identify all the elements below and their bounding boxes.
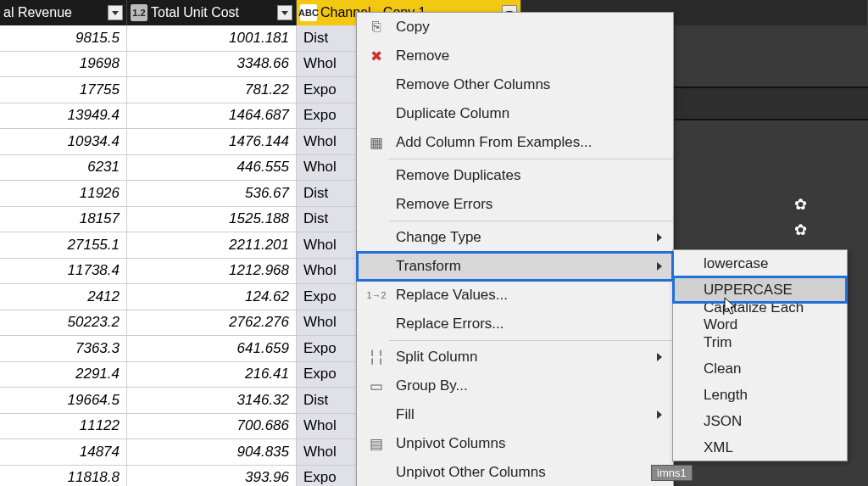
transform-submenu: lowercase UPPERCASE Capitalize Each Word…: [672, 249, 848, 461]
table-cell-cost[interactable]: 446.555: [127, 155, 297, 182]
menu-change-type[interactable]: Change Type: [357, 223, 673, 252]
table-cell-revenue[interactable]: 19664.5: [0, 388, 127, 414]
chevron-right-icon: [653, 233, 666, 242]
menu-remove[interactable]: ✖ Remove: [357, 42, 673, 70]
menu-replace-errors[interactable]: Replace Errors...: [357, 310, 673, 338]
menu-copy[interactable]: ⎘ Copy: [357, 13, 673, 42]
status-badge: imns1: [651, 465, 693, 481]
table-cell-cost[interactable]: 904.835: [127, 439, 297, 466]
submenu-json[interactable]: JSON: [673, 408, 847, 434]
table-cell-revenue[interactable]: 11738.4: [0, 259, 127, 285]
split-icon: ╎╎: [364, 349, 389, 366]
menu-duplicate-column[interactable]: Duplicate Column: [357, 99, 673, 128]
unpivot-icon: ▤: [364, 435, 389, 453]
table-cell-revenue[interactable]: 10934.4: [0, 129, 127, 155]
chevron-right-icon: [653, 353, 666, 361]
table-cell-cost[interactable]: 536.67: [127, 181, 297, 207]
menu-unpivot-other-columns[interactable]: Unpivot Other Columns: [357, 458, 673, 486]
table-cell-cost[interactable]: 1476.144: [127, 129, 297, 155]
context-menu: ⎘ Copy ✖ Remove Remove Other Columns Dup…: [356, 12, 674, 486]
table-cell-revenue[interactable]: 50223.2: [0, 310, 127, 337]
menu-unpivot-columns[interactable]: ▤ Unpivot Columns: [357, 429, 673, 458]
table-cell-cost[interactable]: 781.22: [127, 77, 297, 103]
table-cell-cost[interactable]: 1001.181: [127, 25, 297, 52]
table-cell-revenue[interactable]: 6231: [0, 155, 127, 182]
dropdown-icon[interactable]: [108, 5, 123, 20]
table-cell-cost[interactable]: 641.659: [127, 336, 297, 362]
table-cell-revenue[interactable]: 13949.4: [0, 103, 127, 130]
table-cell-cost[interactable]: 1212.968: [127, 259, 297, 285]
menu-separator: [389, 340, 673, 341]
table-cell-cost[interactable]: 3348.66: [127, 52, 297, 78]
table-cell-revenue[interactable]: 27155.1: [0, 232, 127, 259]
submenu-trim[interactable]: Trim: [673, 329, 847, 355]
table-cell-revenue[interactable]: 7363.3: [0, 336, 127, 362]
table-cell-revenue[interactable]: 19698: [0, 52, 127, 78]
table-cell-revenue[interactable]: 9815.5: [0, 25, 127, 52]
menu-add-column-from-examples[interactable]: ▦ Add Column From Examples...: [357, 128, 673, 157]
menu-remove-duplicates[interactable]: Remove Duplicates: [357, 161, 673, 190]
dropdown-icon[interactable]: [277, 5, 292, 20]
column-header-label: Total Unit Cost: [151, 5, 274, 20]
replace-icon: 1→2: [364, 290, 389, 300]
table-cell-revenue[interactable]: 2412: [0, 284, 127, 310]
table-cell-cost[interactable]: 700.686: [127, 414, 297, 440]
menu-replace-values[interactable]: 1→2 Replace Values...: [357, 281, 673, 310]
gear-icon[interactable]: ✿: [794, 221, 807, 239]
table-cell-revenue[interactable]: 18157: [0, 207, 127, 233]
table-cell-cost[interactable]: 124.62: [127, 284, 297, 310]
text-type-icon: ABC: [300, 4, 317, 21]
submenu-length[interactable]: Length: [673, 382, 847, 408]
table-cell-cost[interactable]: 1525.188: [127, 207, 297, 233]
submenu-uppercase[interactable]: UPPERCASE: [673, 277, 847, 303]
table-cell-revenue[interactable]: 11122: [0, 414, 127, 440]
submenu-capitalize[interactable]: Capitalize Each Word: [673, 303, 847, 329]
chevron-right-icon: [653, 262, 666, 271]
table-cell-cost[interactable]: 1464.687: [127, 103, 297, 130]
table-cell-cost[interactable]: 2211.201: [127, 232, 297, 259]
menu-split-column[interactable]: ╎╎ Split Column: [357, 343, 673, 371]
table-cell-revenue[interactable]: 11926: [0, 181, 127, 207]
gear-icon[interactable]: ✿: [794, 195, 807, 214]
table-cell-revenue[interactable]: 2291.4: [0, 362, 127, 388]
menu-group-by[interactable]: ▭ Group By...: [357, 371, 673, 400]
group-icon: ▭: [364, 377, 389, 395]
table-cell-revenue[interactable]: 17755: [0, 77, 127, 103]
table-cell-cost[interactable]: 216.41: [127, 362, 297, 388]
submenu-xml[interactable]: XML: [673, 434, 847, 461]
chevron-right-icon: [653, 411, 666, 419]
submenu-lowercase[interactable]: lowercase: [673, 250, 847, 277]
menu-separator: [389, 221, 673, 221]
table-cell-cost[interactable]: 393.96: [127, 466, 297, 487]
table-cell-revenue[interactable]: 11818.8: [0, 466, 127, 487]
copy-icon: ⎘: [364, 19, 389, 36]
remove-icon: ✖: [364, 47, 389, 65]
menu-transform[interactable]: Transform: [357, 252, 673, 281]
column-header-revenue[interactable]: al Revenue: [0, 0, 127, 25]
submenu-clean[interactable]: Clean: [673, 355, 847, 382]
column-header-label: al Revenue: [3, 5, 104, 20]
column-header-cost[interactable]: 1.2 Total Unit Cost: [127, 0, 297, 25]
menu-remove-other-columns[interactable]: Remove Other Columns: [357, 70, 673, 99]
table-cell-cost[interactable]: 2762.276: [127, 310, 297, 337]
table-cell-revenue[interactable]: 14874: [0, 439, 127, 466]
table-icon: ▦: [364, 134, 389, 152]
table-cell-cost[interactable]: 3146.32: [127, 388, 297, 414]
menu-separator: [389, 159, 673, 159]
menu-remove-errors[interactable]: Remove Errors: [357, 190, 673, 219]
menu-fill[interactable]: Fill: [357, 400, 673, 429]
number-type-icon: 1.2: [131, 4, 147, 21]
